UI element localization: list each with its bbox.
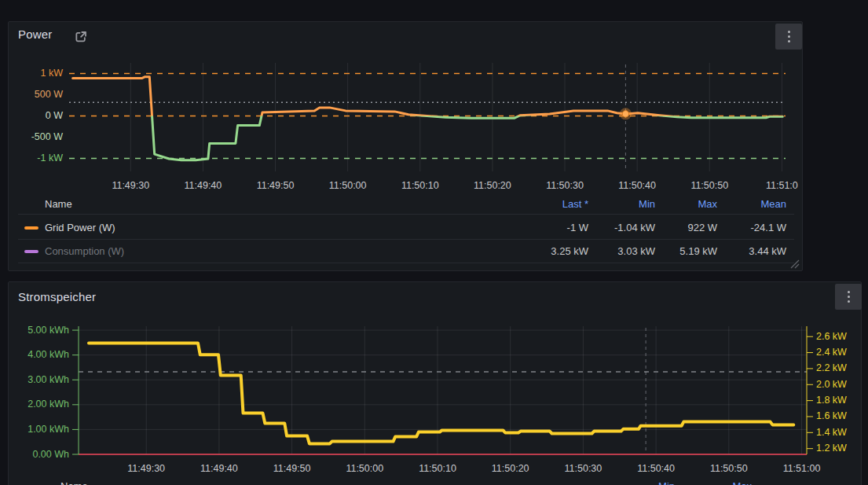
legend-header-min[interactable]: Min xyxy=(598,480,675,485)
p1-ytick-label: -500 W xyxy=(14,131,63,143)
p1-xtick-label: 11:50:50 xyxy=(683,180,736,192)
p1-ytick-label: 500 W xyxy=(14,89,63,101)
p2-xtick-label: 11:50:50 xyxy=(702,463,756,475)
p2-xtick-label: 11:49:30 xyxy=(119,463,173,475)
p1-ytick-label: 0 W xyxy=(14,110,63,122)
p2-right-tick-label: 2.2 kW xyxy=(816,362,863,374)
p2-right-tick-label: 1.6 kW xyxy=(816,410,863,422)
external-link-icon[interactable] xyxy=(73,29,89,45)
p2-left-tick-label: 3.00 kWh xyxy=(11,374,69,386)
panel-resize-handle[interactable] xyxy=(789,259,800,269)
series-name-grid-power[interactable]: Grid Power (W) xyxy=(45,222,115,234)
p1-xtick-label: 11:49:40 xyxy=(176,180,229,192)
p2-xtick-label: 11:49:50 xyxy=(266,463,319,475)
p1-ytick-label: -1 kW xyxy=(14,152,63,164)
divider xyxy=(18,263,794,263)
legend-header-mean[interactable]: Mean xyxy=(701,198,786,211)
p2-xtick-label: 11:50:10 xyxy=(411,463,464,475)
series-swatch-consumption[interactable] xyxy=(24,250,38,253)
p2-left-tick-label: 2.00 kWh xyxy=(11,399,69,410)
panel-menu-button[interactable] xyxy=(775,24,802,50)
p2-left-tick-label: 5.00 kWh xyxy=(11,325,69,336)
p1-xtick-label: 11:50:00 xyxy=(321,180,375,192)
p2-left-tick-label: 0.00 Wh xyxy=(11,449,69,461)
p2-right-tick-label: 2.4 kW xyxy=(816,347,863,358)
grafana-dashboard: Power Name Last * Min Max Mean Grid Powe… xyxy=(0,0,868,485)
series-swatch-grid-power[interactable] xyxy=(24,226,38,230)
p1-xtick-label: 11:49:30 xyxy=(104,180,157,192)
panel-title-stromspeicher[interactable]: Stromspeicher xyxy=(18,290,96,303)
p1-xtick-label: 11:50:40 xyxy=(610,180,664,192)
divider xyxy=(18,214,794,215)
legend-header-name[interactable]: Name xyxy=(60,480,88,485)
legend-header-max[interactable]: Max xyxy=(675,480,752,485)
p2-xtick-label: 11:50:20 xyxy=(484,463,537,475)
p2-xtick-label: 11:50:00 xyxy=(338,463,391,475)
p1-xtick-label: 11:51:0 xyxy=(755,180,808,192)
series-name-consumption[interactable]: Consumption (W) xyxy=(45,245,124,258)
p2-left-tick-label: 4.00 kWh xyxy=(11,349,69,361)
p2-right-tick-label: 1.4 kW xyxy=(816,427,863,439)
p2-xtick-label: 11:51:00 xyxy=(775,463,829,475)
p2-xtick-label: 11:50:40 xyxy=(629,463,683,475)
stromspeicher-chart-area[interactable] xyxy=(79,325,815,455)
p2-right-tick-label: 1.8 kW xyxy=(816,395,863,406)
p2-xtick-label: 11:49:40 xyxy=(192,463,246,475)
p2-right-tick-label: 2.6 kW xyxy=(816,331,863,343)
p1-xtick-label: 11:50:20 xyxy=(466,180,519,192)
stromspeicher-panel: Stromspeicher Name Min Max xyxy=(8,281,862,485)
stat-mean: 3.44 kW xyxy=(701,245,786,258)
p1-xtick-label: 11:49:50 xyxy=(249,180,302,192)
power-panel: Power Name Last * Min Max Mean Grid Powe… xyxy=(8,21,803,271)
p1-ytick-label: 1 kW xyxy=(14,68,63,79)
power-chart-area[interactable] xyxy=(70,60,794,195)
legend-header-name[interactable]: Name xyxy=(45,198,72,211)
p2-right-tick-label: 1.2 kW xyxy=(816,443,863,454)
p2-right-tick-label: 2.0 kW xyxy=(816,379,863,391)
p2-xtick-label: 11:50:30 xyxy=(556,463,610,475)
p1-xtick-label: 11:50:30 xyxy=(538,180,591,192)
panel-menu-button[interactable] xyxy=(835,284,862,310)
p2-left-tick-label: 1.00 kWh xyxy=(11,424,69,435)
divider xyxy=(18,239,794,240)
p1-xtick-label: 11:50:10 xyxy=(394,180,447,192)
panel-title-power[interactable]: Power xyxy=(18,28,53,41)
stat-mean: -24.1 W xyxy=(701,222,786,234)
